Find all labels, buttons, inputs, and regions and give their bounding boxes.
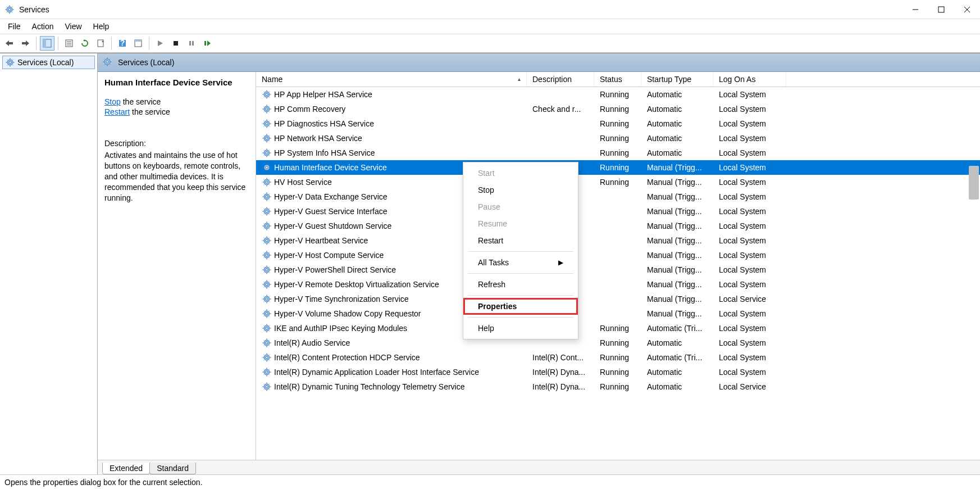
service-row[interactable]: Intel(R) Dynamic Tuning Technology Telem… bbox=[256, 379, 980, 394]
service-row[interactable]: Intel(R) Audio ServiceRunningAutomaticLo… bbox=[256, 336, 980, 350]
service-name: Intel(R) Dynamic Application Loader Host… bbox=[274, 368, 479, 377]
service-name: Hyper-V Host Compute Service bbox=[274, 251, 384, 260]
col-log-on-as[interactable]: Log On As bbox=[713, 72, 786, 87]
service-row[interactable]: Hyper-V Volume Shadow Copy Requestors ..… bbox=[256, 306, 980, 321]
service-logon: Local System bbox=[713, 265, 786, 274]
show-hide-tree-button[interactable] bbox=[40, 36, 54, 51]
service-name: Hyper-V PowerShell Direct Service bbox=[274, 265, 396, 274]
svg-text:?: ? bbox=[120, 39, 125, 47]
service-row[interactable]: HP System Info HSA ServiceRunningAutomat… bbox=[256, 146, 980, 160]
service-row[interactable]: Hyper-V Remote Desktop Virtualization Se… bbox=[256, 277, 980, 292]
view-tabs: Extended Standard bbox=[98, 460, 980, 474]
service-status: Running bbox=[594, 324, 641, 333]
stop-link[interactable]: Stop bbox=[104, 97, 121, 106]
tree-item-label: Services (Local) bbox=[17, 58, 74, 67]
ctx-start[interactable]: Start bbox=[463, 165, 578, 182]
service-row[interactable]: Hyper-V PowerShell Direct Servicen...Man… bbox=[256, 262, 980, 277]
gear-icon bbox=[262, 382, 272, 392]
service-startup: Manual (Trigg... bbox=[641, 192, 713, 201]
menu-file[interactable]: File bbox=[2, 21, 26, 32]
service-logon: Local System bbox=[713, 148, 786, 157]
service-startup: Manual (Trigg... bbox=[641, 163, 713, 172]
col-startup-type[interactable]: Startup Type bbox=[641, 72, 713, 87]
tree-item-services-local[interactable]: Services (Local) bbox=[2, 56, 95, 69]
export-button[interactable] bbox=[93, 36, 108, 51]
ctx-all-tasks[interactable]: All Tasks▶ bbox=[463, 254, 578, 271]
service-row[interactable]: Intel(R) Dynamic Application Loader Host… bbox=[256, 365, 980, 379]
service-logon: Local System bbox=[713, 368, 786, 377]
gear-icon bbox=[262, 338, 272, 348]
restart-service-button[interactable] bbox=[200, 36, 215, 51]
service-row[interactable]: Human Interface Device Service...Running… bbox=[256, 160, 980, 175]
ctx-pause[interactable]: Pause bbox=[463, 198, 578, 215]
service-startup: Automatic bbox=[641, 338, 713, 347]
ctx-refresh[interactable]: Refresh bbox=[463, 276, 578, 293]
service-row[interactable]: HP Network HSA ServiceRunningAutomaticLo… bbox=[256, 131, 980, 146]
service-startup: Manual (Trigg... bbox=[641, 265, 713, 274]
ctx-restart[interactable]: Restart bbox=[463, 232, 578, 249]
menu-help[interactable]: Help bbox=[88, 21, 115, 32]
properties-button[interactable] bbox=[62, 36, 76, 51]
service-row[interactable]: Intel(R) Content Protection HDCP Service… bbox=[256, 350, 980, 365]
menu-action[interactable]: Action bbox=[26, 21, 60, 32]
list-header: Name▴ Description Status Startup Type Lo… bbox=[256, 72, 980, 87]
toolbar-button[interactable] bbox=[131, 36, 145, 51]
service-row[interactable]: Hyper-V Time Synchronization Servicee...… bbox=[256, 292, 980, 306]
scrollbar-thumb[interactable] bbox=[969, 166, 979, 200]
service-logon: Local System bbox=[713, 192, 786, 201]
nav-back-button[interactable] bbox=[2, 36, 17, 51]
service-startup: Automatic bbox=[641, 382, 713, 391]
service-row[interactable]: Hyper-V Data Exchange Servicen...Manual … bbox=[256, 189, 980, 204]
service-name: Hyper-V Heartbeat Service bbox=[274, 236, 368, 245]
maximize-button[interactable] bbox=[928, 0, 954, 19]
ctx-separator bbox=[468, 251, 573, 252]
col-description[interactable]: Description bbox=[527, 72, 594, 87]
service-status: Running bbox=[594, 163, 641, 172]
tab-standard[interactable]: Standard bbox=[149, 463, 196, 474]
refresh-button[interactable] bbox=[78, 36, 92, 51]
service-name: Hyper-V Data Exchange Service bbox=[274, 192, 388, 201]
service-row[interactable]: Hyper-V Host Compute Servicep...Manual (… bbox=[256, 248, 980, 262]
gear-icon bbox=[262, 192, 272, 202]
ctx-stop[interactable]: Stop bbox=[463, 182, 578, 198]
service-logon: Local Service bbox=[713, 295, 786, 304]
service-name: Human Interface Device Service bbox=[274, 163, 387, 172]
service-row[interactable]: HP App Helper HSA ServiceRunningAutomati… bbox=[256, 87, 980, 102]
detail-title: Human Interface Device Service bbox=[104, 78, 249, 87]
service-row[interactable]: Hyper-V Guest Shutdown Servicen...Manual… bbox=[256, 219, 980, 233]
service-status: Running bbox=[594, 105, 641, 114]
service-logon: Local System bbox=[713, 90, 786, 99]
svg-rect-21 bbox=[192, 41, 194, 46]
gear-icon bbox=[262, 119, 272, 129]
service-description: Intel(R) Dyna... bbox=[527, 368, 594, 377]
restart-link[interactable]: Restart bbox=[104, 107, 130, 116]
list-body[interactable]: HP App Helper HSA ServiceRunningAutomati… bbox=[256, 87, 980, 460]
ctx-help[interactable]: Help bbox=[463, 320, 578, 337]
nav-forward-button[interactable] bbox=[18, 36, 33, 51]
ctx-properties[interactable]: Properties bbox=[463, 298, 578, 315]
stop-service-button[interactable] bbox=[168, 36, 183, 51]
status-bar: Opens the properties dialog box for the … bbox=[0, 474, 980, 489]
close-button[interactable] bbox=[954, 0, 980, 19]
service-row[interactable]: Hyper-V Heartbeat Service...Manual (Trig… bbox=[256, 233, 980, 248]
service-row[interactable]: IKE and AuthIP IPsec Keying Moduless...R… bbox=[256, 321, 980, 336]
tab-extended[interactable]: Extended bbox=[102, 463, 150, 474]
service-row[interactable]: HP Diagnostics HSA ServiceRunningAutomat… bbox=[256, 116, 980, 131]
service-row[interactable]: HP Comm RecoveryCheck and r...RunningAut… bbox=[256, 102, 980, 116]
toolbar-separator bbox=[36, 37, 37, 50]
gear-icon bbox=[262, 279, 272, 289]
service-startup: Automatic bbox=[641, 105, 713, 114]
service-row[interactable]: HV Host Servicei...RunningManual (Trigg.… bbox=[256, 175, 980, 189]
minimize-button[interactable] bbox=[902, 0, 928, 19]
col-status[interactable]: Status bbox=[594, 72, 641, 87]
service-row[interactable]: Hyper-V Guest Service Interfacei...Manua… bbox=[256, 204, 980, 219]
window-title: Services bbox=[19, 5, 902, 14]
pause-service-button[interactable] bbox=[184, 36, 199, 51]
service-name: HP Network HSA Service bbox=[274, 134, 362, 143]
menu-view[interactable]: View bbox=[59, 21, 87, 32]
help-button[interactable]: ? bbox=[115, 36, 130, 51]
col-name[interactable]: Name▴ bbox=[256, 72, 527, 87]
tree-panel: Services (Local) bbox=[0, 53, 98, 474]
start-service-button[interactable] bbox=[153, 36, 167, 51]
ctx-resume[interactable]: Resume bbox=[463, 215, 578, 232]
